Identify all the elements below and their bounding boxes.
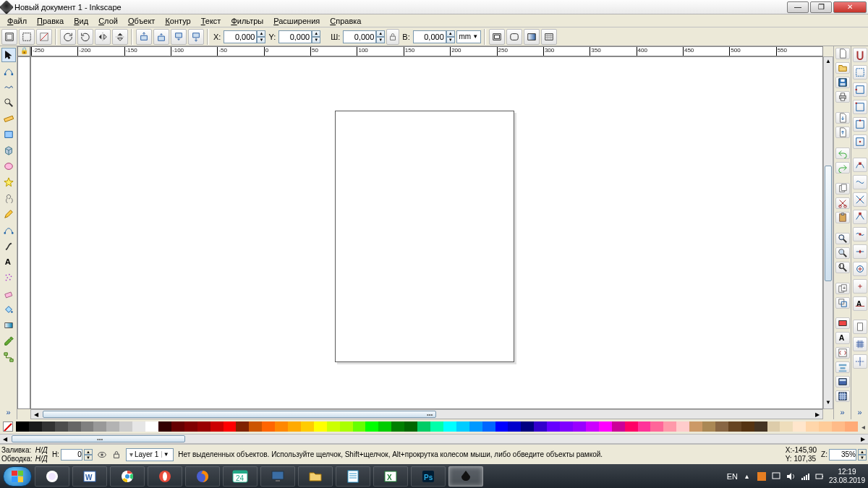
snap-grid-button[interactable] — [853, 337, 867, 351]
swatch[interactable] — [689, 421, 702, 432]
flip-horizontal-button[interactable] — [95, 29, 111, 45]
align-dialog-button[interactable] — [835, 361, 850, 373]
ruler-lock-icon[interactable]: 🔒 — [17, 46, 30, 56]
swatch[interactable] — [573, 421, 586, 432]
swatch[interactable] — [650, 421, 663, 432]
selector-tool[interactable] — [1, 48, 16, 62]
undo-button[interactable] — [835, 147, 850, 159]
snap-rotation-center-button[interactable] — [853, 279, 867, 294]
menu-текст[interactable]: Текст — [197, 16, 226, 26]
swatch[interactable] — [832, 421, 845, 432]
swatch[interactable] — [845, 421, 858, 432]
affect-pattern-button[interactable] — [541, 29, 557, 45]
zoom-tool[interactable] — [1, 95, 16, 110]
swatch[interactable] — [158, 421, 171, 432]
lower-button[interactable] — [171, 29, 187, 45]
taskbar-calendar[interactable]: 24 — [223, 466, 258, 487]
print-button[interactable] — [835, 91, 850, 103]
snap-bbox-center-button[interactable] — [853, 134, 867, 149]
scroll-left-icon[interactable]: ◀ — [0, 436, 10, 442]
swatch[interactable] — [625, 421, 638, 432]
swatch[interactable] — [482, 421, 495, 432]
duplicate-button[interactable]: + — [835, 283, 850, 294]
taskbar-excel[interactable]: X — [373, 466, 408, 487]
swatch[interactable] — [301, 421, 314, 432]
zoom-selection-button[interactable] — [835, 233, 850, 244]
connector-tool[interactable] — [1, 350, 16, 364]
swatch[interactable] — [55, 421, 68, 432]
scroll-thumb[interactable] — [43, 411, 436, 418]
paintbucket-tool[interactable] — [1, 302, 16, 317]
layer-lock-icon[interactable] — [111, 450, 122, 460]
snap-smooth-button[interactable] — [853, 227, 867, 241]
pencil-tool[interactable] — [1, 207, 16, 221]
swatch[interactable] — [68, 421, 81, 432]
spiral-tool[interactable] — [1, 191, 16, 205]
taskbar-explorer[interactable] — [298, 466, 333, 487]
snap-bbox-button[interactable] — [853, 65, 867, 80]
ruler-horizontal[interactable]: -250-200-150-100-50050100150200250300350… — [30, 46, 823, 56]
layer-select[interactable]: ▾ Layer 1 ▼ — [126, 448, 174, 461]
swatch[interactable] — [728, 421, 741, 432]
swatch[interactable] — [443, 421, 456, 432]
swatch[interactable] — [391, 421, 404, 432]
commands-more[interactable]: » — [840, 405, 844, 419]
swatch[interactable] — [224, 421, 237, 432]
swatch[interactable] — [612, 421, 625, 432]
taskbar-firefox[interactable] — [185, 466, 220, 487]
export-button[interactable] — [835, 127, 850, 138]
clock[interactable]: 12:19 23.08.2019 — [829, 468, 865, 485]
spray-tool[interactable] — [1, 270, 16, 285]
swatch[interactable] — [353, 421, 366, 432]
tray-network-icon[interactable] — [800, 471, 810, 481]
swatch[interactable] — [171, 421, 184, 432]
import-button[interactable] — [835, 112, 850, 124]
fillstroke-dialog-button[interactable] — [835, 317, 850, 329]
redo-button[interactable] — [835, 162, 850, 174]
swatch[interactable] — [638, 421, 651, 432]
snap-guide-button[interactable] — [853, 354, 867, 369]
toolbox-more[interactable]: » — [6, 405, 10, 419]
ellipse-tool[interactable] — [1, 159, 16, 174]
rotate-ccw-button[interactable] — [60, 29, 76, 45]
swatch[interactable] — [16, 421, 29, 432]
fill-value[interactable]: Н/Д — [35, 446, 48, 455]
menu-объект[interactable]: Объект — [124, 16, 159, 26]
swatch[interactable] — [793, 421, 806, 432]
h-input[interactable]: ▲▼ — [413, 30, 455, 43]
swatch[interactable] — [145, 421, 158, 432]
snap-path-button[interactable] — [853, 175, 867, 189]
text-dialog-button[interactable]: A — [835, 332, 850, 343]
taskbar-photoshop[interactable]: Ps — [411, 466, 446, 487]
swatch[interactable] — [676, 421, 689, 432]
scroll-thumb[interactable] — [825, 166, 832, 281]
swatch[interactable] — [210, 421, 224, 432]
scroll-right-icon[interactable]: ▶ — [858, 436, 868, 442]
cut-button[interactable] — [835, 197, 850, 209]
node-tool[interactable] — [1, 64, 16, 78]
new-doc-button[interactable] — [835, 48, 850, 59]
clone-button[interactable] — [835, 297, 850, 309]
language-indicator[interactable]: EN — [727, 472, 738, 481]
menu-слой[interactable]: Слой — [94, 16, 122, 26]
taskbar-monitor[interactable] — [260, 466, 295, 487]
w-input[interactable]: ▲▼ — [343, 30, 385, 43]
swatch[interactable] — [521, 421, 534, 432]
stroke-value[interactable]: Н/Д — [35, 455, 48, 463]
open-button[interactable] — [835, 62, 850, 74]
snap-bbox-edge-button[interactable] — [853, 82, 867, 97]
palette-scrollbar[interactable]: ◀ ••• ▶ — [0, 434, 868, 444]
menu-файл[interactable]: Файл — [3, 16, 31, 26]
gradient-tool[interactable] — [1, 318, 16, 333]
swatch[interactable] — [560, 421, 573, 432]
swatch[interactable] — [780, 421, 793, 432]
raise-button[interactable] — [153, 29, 169, 45]
taskbar-word[interactable]: W — [72, 466, 107, 487]
lock-aspect-button[interactable] — [386, 29, 399, 45]
bezier-tool[interactable] — [1, 223, 16, 237]
docprops-button[interactable] — [835, 390, 850, 402]
menu-вид[interactable]: Вид — [69, 16, 93, 26]
taskbar-chrome[interactable] — [110, 466, 145, 487]
swatch[interactable] — [495, 421, 509, 432]
close-button[interactable]: ✕ — [833, 1, 867, 13]
